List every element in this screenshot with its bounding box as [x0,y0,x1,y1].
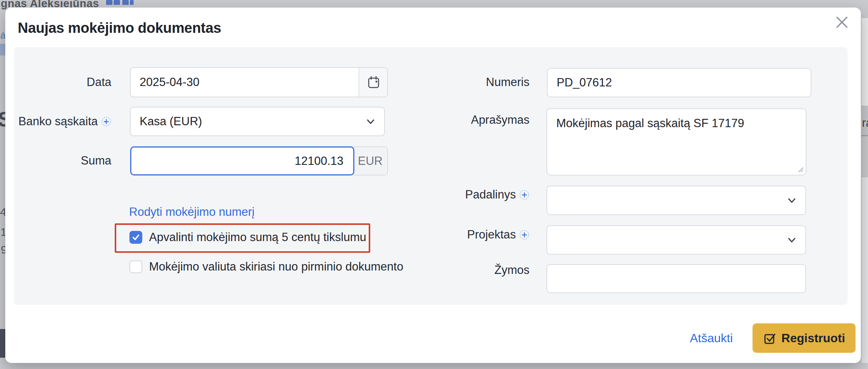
new-payment-document-modal: Naujas mokėjimo dokumentas Data [5,8,861,363]
currency-differs-checkbox[interactable] [129,260,142,273]
background-text-fragment: á [0,30,5,41]
background-right-panel [862,177,868,363]
tags-field [546,264,806,293]
amount-input[interactable] [131,148,353,174]
date-label: Data [10,75,111,89]
calendar-icon [366,75,381,89]
date-input[interactable] [131,68,359,97]
background-divider [862,135,868,136]
amount-field [130,146,354,175]
check-icon [131,232,141,242]
plus-circle-icon[interactable] [519,190,529,200]
close-icon [834,15,850,30]
rounding-checkbox-label: Apvalinti mokėjimo sumą 5 centų tikslumu [149,231,366,244]
rounding-checkbox[interactable] [129,231,142,244]
department-label: Padalinys [416,188,529,201]
chevron-down-icon [365,116,376,127]
chevron-down-icon [786,235,797,245]
resize-handle-icon[interactable] [797,166,803,172]
background-toolbar-icon [122,0,129,5]
cancel-link[interactable]: Atšaukti [690,331,733,345]
background-dark-bar [0,329,5,358]
tags-label: Žymos [416,263,529,277]
plus-circle-icon[interactable] [519,230,529,240]
background-toolbar-icon [130,0,134,5]
description-textarea[interactable]: Mokėjimas pagal sąskaitą SF 17179 [547,109,806,175]
date-field-group [130,67,388,97]
background-text-fragment: ra [862,116,868,130]
description-field: Mokėjimas pagal sąskaitą SF 17179 [546,108,806,175]
amount-label: Suma [10,154,111,168]
currency-differs-checkbox-label: Mokėjimo valiuta skiriasi nuo pirminio d… [149,260,403,273]
register-button[interactable]: Registruoti [753,323,856,353]
number-field [547,68,811,97]
chevron-down-icon [786,195,797,206]
checked-box-icon [763,331,777,345]
background-toolbar-icon [114,0,120,5]
number-input[interactable] [548,69,811,97]
plus-circle-icon[interactable] [101,117,111,127]
show-payment-number-link[interactable]: Rodyti mokėjimo numerį [129,205,255,219]
background-toolbar-icon [106,0,112,5]
currency-suffix: EUR [353,146,388,175]
background-right-panel [862,18,868,106]
register-button-label: Registruoti [782,331,845,345]
close-button[interactable] [833,13,851,32]
bank-account-select[interactable]: Kasa (EUR) [130,107,385,136]
calendar-button[interactable] [359,68,388,97]
project-label: Projektas [416,228,529,241]
tags-input[interactable] [547,265,805,292]
project-select[interactable] [546,225,806,255]
description-label: Aprašymas [416,113,529,127]
page-background: gnas Aleksiejūnas á S 4. 1 9 ra Naujas m… [0,0,868,369]
modal-title: Naujas mokėjimo dokumentas [18,20,221,36]
number-label: Numeris [416,75,529,89]
bank-account-label: Banko sąskaita [10,115,111,128]
background-highlight-row [0,44,5,55]
department-select[interactable] [546,186,806,215]
